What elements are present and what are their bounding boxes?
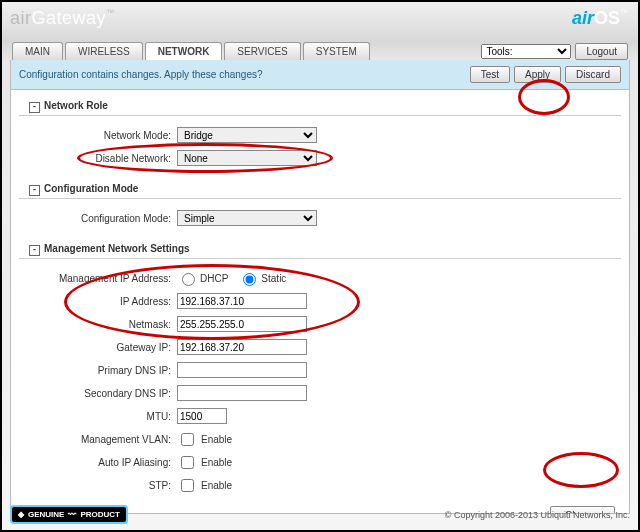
dns2-input[interactable] <box>177 385 307 401</box>
shield-icon: ◆ <box>18 510 24 519</box>
collapse-icon[interactable]: - <box>29 245 40 256</box>
mgmt-ip-static-radio[interactable] <box>243 273 256 286</box>
network-mode-select[interactable]: Bridge <box>177 127 317 143</box>
label-mtu: MTU: <box>11 411 177 422</box>
enable-label: Enable <box>201 434 232 445</box>
label-dns1: Primary DNS IP: <box>11 365 177 376</box>
dns1-input[interactable] <box>177 362 307 378</box>
section-network-role: -Network Role <box>19 90 621 116</box>
ip-address-input[interactable] <box>177 293 307 309</box>
mtu-input[interactable] <box>177 408 227 424</box>
label-stp: STP: <box>11 480 177 491</box>
brand-prefix: air <box>10 8 32 28</box>
netmask-input[interactable] <box>177 316 307 332</box>
genuine-badge: ◆ GENUINE 〰 PRODUCT <box>10 505 128 524</box>
section-mgmt: -Management Network Settings <box>19 233 621 259</box>
enable-label: Enable <box>201 457 232 468</box>
label-config-mode: Configuration Mode: <box>11 213 177 224</box>
brand-logo: airGateway™ <box>10 8 115 29</box>
apply-button[interactable]: Apply <box>514 66 561 83</box>
label-ip: IP Address: <box>11 296 177 307</box>
mgmt-ip-dhcp-radio[interactable] <box>182 273 195 286</box>
discard-button[interactable]: Discard <box>565 66 621 83</box>
tab-network[interactable]: NETWORK <box>145 42 223 60</box>
gateway-input[interactable] <box>177 339 307 355</box>
apply-notice: Configuration contains changes. Apply th… <box>11 60 629 90</box>
footer: ◆ GENUINE 〰 PRODUCT © Copyright 2006-201… <box>10 505 630 524</box>
collapse-icon[interactable]: - <box>29 185 40 196</box>
label-gateway: Gateway IP: <box>11 342 177 353</box>
tools-select[interactable]: Tools: <box>481 44 571 59</box>
label-autoip: Auto IP Aliasing: <box>11 457 177 468</box>
tab-bar: MAIN WIRELESS NETWORK SERVICES SYSTEM To… <box>6 38 634 60</box>
vlan-enable-checkbox[interactable] <box>181 433 194 446</box>
enable-label: Enable <box>201 480 232 491</box>
label-dns2: Secondary DNS IP: <box>11 388 177 399</box>
label-network-mode: Network Mode: <box>11 130 177 141</box>
tab-wireless[interactable]: WIRELESS <box>65 42 143 60</box>
section-config-mode: -Configuration Mode <box>19 173 621 199</box>
copyright-text: © Copyright 2006-2013 Ubiquiti Networks,… <box>445 510 630 520</box>
label-disable-network: Disable Network: <box>11 153 177 164</box>
logo-icon: 〰 <box>68 510 76 519</box>
collapse-icon[interactable]: - <box>29 102 40 113</box>
label-netmask: Netmask: <box>11 319 177 330</box>
airos-logo: airOS™ <box>572 8 634 29</box>
tab-main[interactable]: MAIN <box>12 42 63 60</box>
label-mgmt-ip: Management IP Address: <box>11 273 177 284</box>
disable-network-select[interactable]: None <box>177 150 317 166</box>
autoip-enable-checkbox[interactable] <box>181 456 194 469</box>
title-bar: airGateway™ airOS™ <box>6 6 634 38</box>
stp-enable-checkbox[interactable] <box>181 479 194 492</box>
config-mode-select[interactable]: Simple <box>177 210 317 226</box>
notice-text: Configuration contains changes. Apply th… <box>19 69 263 80</box>
tab-system[interactable]: SYSTEM <box>303 42 370 60</box>
label-vlan: Management VLAN: <box>11 434 177 445</box>
tab-services[interactable]: SERVICES <box>224 42 300 60</box>
logout-button[interactable]: Logout <box>575 43 628 60</box>
page-panel: Configuration contains changes. Apply th… <box>10 60 630 514</box>
test-button[interactable]: Test <box>470 66 510 83</box>
